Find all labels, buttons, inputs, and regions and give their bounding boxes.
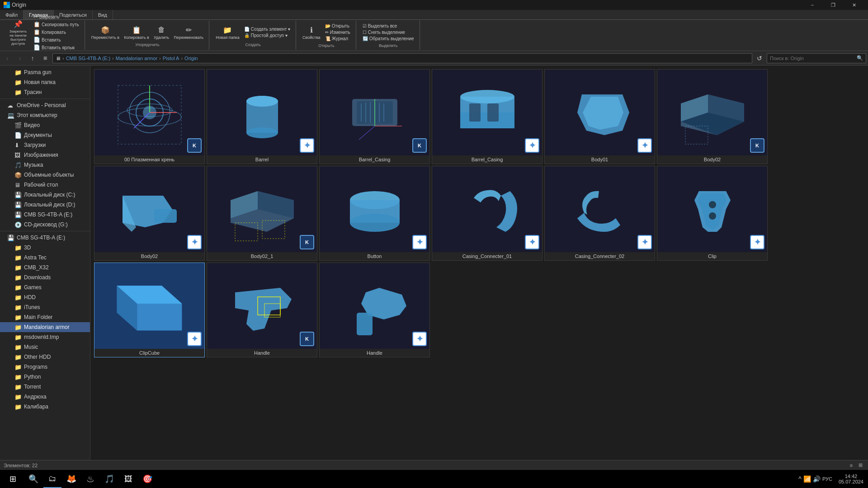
breadcrumb-folder2[interactable]: Pistol A bbox=[163, 56, 179, 61]
breadcrumb-drive[interactable]: CMB SG-4TB-A (E:) bbox=[66, 56, 110, 61]
taskbar-app5[interactable]: 🎵 bbox=[100, 470, 118, 488]
invert-button[interactable]: 🔄Обратить выделение bbox=[361, 36, 416, 42]
file-item[interactable]: ✦ Barrel_Casing bbox=[432, 69, 542, 164]
list-view-button[interactable]: ≡ bbox=[847, 461, 855, 469]
taskbar-steam[interactable]: ♨ bbox=[81, 470, 99, 488]
easy-access-button[interactable]: 🔒Простой доступ ▾ bbox=[242, 33, 292, 38]
file-item[interactable]: ✦ Casing_Connecter_02 bbox=[544, 166, 655, 261]
tray-lang[interactable]: РУС bbox=[822, 476, 832, 482]
move-to-button[interactable]: 📦 Переместить в bbox=[90, 23, 121, 41]
sidebar-item-disk-e1[interactable]: 💾 CMB SG-4TB-A (E:) bbox=[0, 210, 90, 220]
tab-view[interactable]: Вид bbox=[93, 10, 113, 19]
file-item[interactable]: ✦ Barrel bbox=[207, 69, 317, 164]
file-item[interactable]: ✦ Body01 bbox=[544, 69, 655, 164]
taskbar-firefox[interactable]: 🦊 bbox=[62, 470, 80, 488]
tray-network[interactable]: 📶 bbox=[803, 475, 811, 483]
copy-to-button[interactable]: 📋 Копировать в bbox=[122, 23, 151, 41]
sidebar-item-trasin[interactable]: 📁 Трасин bbox=[0, 87, 90, 97]
file-item[interactable]: ✦ ClipCube bbox=[94, 263, 205, 357]
search-input[interactable] bbox=[770, 56, 855, 61]
sidebar-item-new-folder[interactable]: 📁 Новая папка bbox=[0, 77, 90, 87]
file-area[interactable]: K 00 Плазменная хрень ✦ bbox=[90, 66, 868, 460]
sidebar-item-kalibara[interactable]: 📁 Калибара bbox=[0, 402, 90, 412]
sidebar-item-msdownld[interactable]: 📁 msdownld.tmp bbox=[0, 332, 90, 342]
breadcrumb-folder1[interactable]: Mandalorian armor bbox=[116, 56, 157, 61]
file-item[interactable]: K 00 Плазменная хрень bbox=[94, 69, 205, 164]
breadcrumb-current[interactable]: Origin bbox=[184, 56, 198, 61]
search-bar[interactable]: 🔍 bbox=[767, 53, 866, 63]
up-button[interactable]: ↑ bbox=[27, 53, 38, 64]
file-item[interactable]: ✦ Handle bbox=[319, 263, 430, 357]
file-item[interactable]: ✦ Casing_Connecter_01 bbox=[432, 166, 542, 261]
sidebar-item-disk-e2[interactable]: 💾 CMB SG-4TB-A (E:) bbox=[0, 233, 90, 243]
taskbar-search[interactable]: 🔍 bbox=[24, 470, 42, 488]
sidebar-item-mandalorian[interactable]: 📁 Mandalorian armor bbox=[0, 322, 90, 332]
file-item[interactable]: K Handle bbox=[207, 263, 317, 357]
file-item[interactable]: ✦ Body02 bbox=[94, 166, 205, 261]
cut-button[interactable]: ✂Вырезать bbox=[32, 13, 81, 20]
sidebar-item-images[interactable]: 🖼 Изображения bbox=[0, 150, 90, 160]
pin-button[interactable]: 📌 Закрепить на панели быстрого доступа bbox=[5, 18, 31, 47]
sidebar-item-itunes[interactable]: 📁 iTunes bbox=[0, 302, 90, 312]
sidebar-item-hdd[interactable]: 📁 HDD bbox=[0, 292, 90, 302]
sidebar-item-torrent[interactable]: 📁 Torrent bbox=[0, 382, 90, 392]
sidebar-item-disk-d[interactable]: 💾 Локальный диск (D:) bbox=[0, 200, 90, 210]
taskbar-clock[interactable]: 14:42 05.07.2024 bbox=[836, 474, 866, 484]
sidebar-item-3d-objects[interactable]: 📦 Объемные объекты bbox=[0, 170, 90, 180]
sidebar-item-downloads[interactable]: ⬇ Загрузки bbox=[0, 140, 90, 150]
delete-button[interactable]: 🗑 Удалить bbox=[152, 23, 171, 41]
sidebar-item-video[interactable]: 🎬 Видео bbox=[0, 120, 90, 130]
file-item[interactable]: K Body02 bbox=[657, 69, 768, 164]
new-folder-button[interactable]: 📁 Новая папка bbox=[214, 23, 241, 41]
taskbar-app6[interactable]: 🖼 bbox=[119, 470, 137, 488]
start-button[interactable]: ⊞ bbox=[2, 470, 24, 488]
paste-shortcut-button[interactable]: 📄Вставить ярлык bbox=[32, 44, 81, 51]
sidebar-item-programs[interactable]: 📁 Programs bbox=[0, 362, 90, 372]
sidebar-item-cd[interactable]: 💿 CD-дисковод (G:) bbox=[0, 220, 90, 230]
sidebar-item-downloads2[interactable]: 📁 Downloads bbox=[0, 272, 90, 282]
sidebar-item-andruha[interactable]: 📁 Андрюха bbox=[0, 392, 90, 402]
sidebar-item-documents[interactable]: 📄 Документы bbox=[0, 130, 90, 140]
back-button[interactable]: ‹ bbox=[2, 53, 13, 64]
forward-button[interactable]: › bbox=[14, 53, 25, 64]
deselect-button[interactable]: ☐Снять выделение bbox=[361, 29, 416, 35]
file-item[interactable]: K Body02_1 bbox=[207, 166, 317, 261]
tray-chevron[interactable]: ^ bbox=[798, 475, 802, 483]
sidebar-item-3d[interactable]: 📁 3D bbox=[0, 243, 90, 253]
copy-button[interactable]: 📋Копировать bbox=[32, 28, 81, 36]
properties-button[interactable]: ℹ Свойства bbox=[301, 23, 322, 41]
new-item-button[interactable]: 📄Создать элемент ▾ bbox=[242, 26, 292, 32]
sidebar-item-python[interactable]: 📁 Python bbox=[0, 372, 90, 382]
sidebar-item-main-folder[interactable]: 📁 Main Folder bbox=[0, 312, 90, 322]
open-button[interactable]: 📂Открыть bbox=[323, 23, 352, 29]
refresh-button[interactable]: ↺ bbox=[754, 53, 765, 64]
sidebar-item-pasma-gun[interactable]: 📁 Pasma gun bbox=[0, 67, 90, 77]
paste-button[interactable]: 📄Вставить bbox=[32, 36, 81, 43]
breadcrumb[interactable]: 🖥 › CMB SG-4TB-A (E:) › Mandalorian armo… bbox=[52, 53, 752, 63]
sidebar-item-cmb-x32[interactable]: 📁 CMB_X32 bbox=[0, 263, 90, 272]
grid-view-button[interactable]: ⊞ bbox=[856, 461, 864, 469]
tray-volume[interactable]: 🔊 bbox=[813, 475, 821, 483]
file-item[interactable]: ✦ Button bbox=[319, 166, 430, 261]
sidebar-item-astra[interactable]: 📁 Astra Tec bbox=[0, 253, 90, 263]
taskbar-app7[interactable]: 🎯 bbox=[138, 470, 156, 488]
sidebar-item-music2[interactable]: 📁 Music bbox=[0, 342, 90, 352]
sidebar-item-this-pc[interactable]: 💻 Этот компьютер bbox=[0, 110, 90, 120]
rename-button[interactable]: ✏ Переименовать bbox=[172, 23, 205, 41]
file-item[interactable]: ✦ Clip bbox=[657, 166, 768, 261]
sidebar-item-games[interactable]: 📁 Games bbox=[0, 282, 90, 292]
sidebar-item-other-hdd[interactable]: 📁 Other HDD bbox=[0, 352, 90, 362]
file-item[interactable]: K Barrel_Casing bbox=[319, 69, 430, 164]
edit-button[interactable]: ✏Изменить bbox=[323, 29, 352, 35]
minimize-button[interactable]: − bbox=[802, 0, 823, 10]
select-all-button[interactable]: ☑Выделить все bbox=[361, 23, 416, 29]
copy-path-button[interactable]: 📋Скопировать путь bbox=[32, 21, 81, 28]
sidebar-item-music[interactable]: 🎵 Музыка bbox=[0, 160, 90, 170]
history-button[interactable]: 📜Журнал bbox=[323, 36, 352, 42]
taskbar-explorer[interactable]: 🗂 bbox=[43, 470, 61, 488]
sidebar-item-onedrive[interactable]: ☁ OneDrive - Personal bbox=[0, 100, 90, 110]
sidebar-item-disk-c[interactable]: 💾 Локальный диск (C:) bbox=[0, 190, 90, 200]
sidebar-item-desktop[interactable]: 🖥 Рабочий стол bbox=[0, 180, 90, 190]
recent-locations-button[interactable]: ⊞ bbox=[40, 53, 51, 64]
close-button[interactable]: ✕ bbox=[844, 0, 864, 10]
